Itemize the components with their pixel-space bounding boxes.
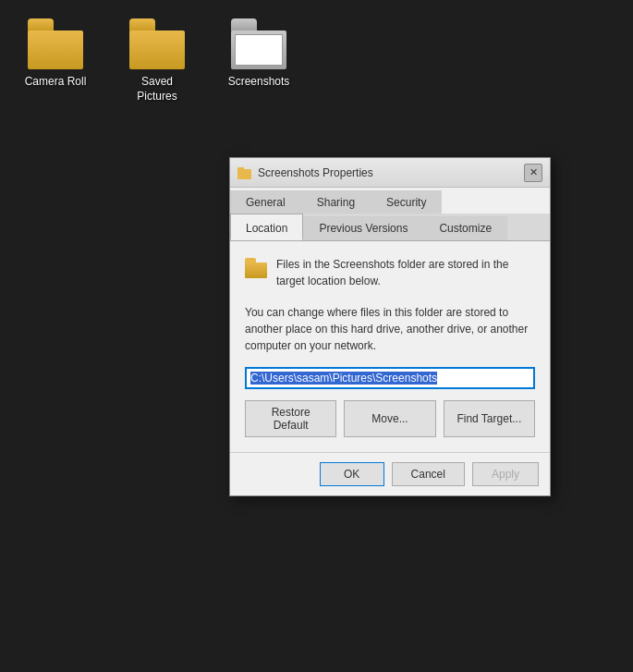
dialog-content: Files in the Screenshots folder are stor… bbox=[230, 241, 550, 452]
screenshots-properties-dialog: Screenshots Properties ✕ General Sharing… bbox=[229, 157, 551, 496]
dialog-tabs-row2: Location Previous Versions Customize bbox=[230, 214, 550, 241]
location-description: You can change where files in this folde… bbox=[245, 304, 535, 354]
tab-customize[interactable]: Customize bbox=[423, 216, 507, 240]
move-button[interactable]: Move... bbox=[344, 400, 435, 437]
find-target-button[interactable]: Find Target... bbox=[444, 400, 535, 437]
tab-general[interactable]: General bbox=[230, 190, 301, 214]
dialog-folder-icon bbox=[237, 165, 252, 180]
dialog-bottom: OK Cancel Apply bbox=[230, 452, 550, 495]
tab-previous-versions[interactable]: Previous Versions bbox=[303, 216, 423, 240]
action-buttons: Restore Default Move... Find Target... bbox=[245, 400, 535, 437]
tab-location[interactable]: Location bbox=[230, 214, 303, 240]
tab-security[interactable]: Security bbox=[371, 190, 442, 214]
cancel-button[interactable]: Cancel bbox=[392, 462, 465, 486]
ok-button[interactable]: OK bbox=[320, 462, 384, 486]
location-folder-icon bbox=[245, 258, 267, 278]
svg-rect-1 bbox=[237, 167, 244, 171]
location-header-text: Files in the Screenshots folder are stor… bbox=[276, 256, 535, 289]
tab-sharing[interactable]: Sharing bbox=[301, 190, 371, 214]
path-input[interactable] bbox=[245, 367, 535, 389]
dialog-overlay: Screenshots Properties ✕ General Sharing… bbox=[0, 0, 633, 672]
dialog-titlebar: Screenshots Properties ✕ bbox=[230, 158, 550, 188]
dialog-title-text: Screenshots Properties bbox=[258, 166, 373, 179]
dialog-tabs-row1: General Sharing Security bbox=[230, 188, 550, 214]
apply-button[interactable]: Apply bbox=[472, 462, 539, 486]
dialog-close-button[interactable]: ✕ bbox=[524, 164, 542, 182]
dialog-title-left: Screenshots Properties bbox=[237, 165, 373, 180]
restore-default-button[interactable]: Restore Default bbox=[245, 400, 336, 437]
location-header: Files in the Screenshots folder are stor… bbox=[245, 256, 535, 289]
